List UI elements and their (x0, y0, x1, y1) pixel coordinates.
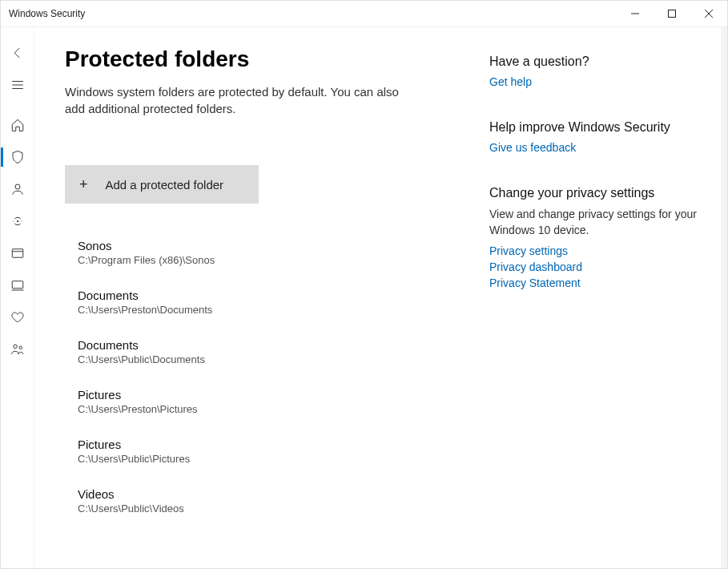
get-help-link[interactable]: Get help (489, 75, 698, 88)
nav-device-performance[interactable] (1, 301, 34, 333)
back-icon (10, 46, 25, 60)
minimize-button[interactable] (617, 1, 654, 26)
privacy-settings-link[interactable]: Privacy settings (489, 244, 698, 257)
folder-name: Pictures (78, 388, 457, 402)
plus-icon: + (79, 177, 88, 192)
folder-item[interactable]: Pictures C:\Users\Public\Pictures (78, 438, 457, 465)
folder-name: Pictures (78, 438, 457, 451)
right-column: Have a question? Get help Help improve W… (489, 43, 698, 536)
home-icon (10, 118, 25, 132)
folder-item[interactable]: Documents C:\Users\Preston\Documents (78, 289, 457, 316)
nav-rail (1, 27, 34, 568)
folder-name: Documents (78, 338, 457, 352)
nav-account-protection[interactable] (1, 173, 34, 205)
maximize-button[interactable] (654, 1, 690, 26)
nav-home[interactable] (1, 109, 34, 141)
folder-path: C:\Users\Preston\Documents (78, 304, 457, 316)
window-controls (617, 1, 727, 26)
feedback-link[interactable]: Give us feedback (489, 141, 698, 154)
left-column: Protected folders Windows system folders… (65, 43, 457, 536)
feedback-heading: Help improve Windows Security (489, 120, 698, 135)
family-icon (10, 342, 25, 357)
folder-path: C:\Users\Public\Videos (78, 502, 457, 515)
svg-point-14 (19, 346, 22, 349)
svg-point-7 (15, 184, 20, 189)
scrollbar[interactable] (721, 27, 727, 568)
close-button[interactable] (690, 1, 727, 26)
privacy-section: Change your privacy settings View and ch… (489, 186, 698, 289)
folder-item[interactable]: Documents C:\Users\Public\Documents (78, 338, 457, 365)
main: Protected folders Windows system folders… (34, 27, 727, 568)
person-icon (10, 182, 25, 196)
privacy-text: View and change privacy settings for you… (489, 207, 698, 238)
help-heading: Have a question? (489, 54, 698, 69)
maximize-icon (668, 10, 676, 18)
page-title: Protected folders (65, 46, 457, 72)
folder-path: C:\Users\Public\Documents (78, 353, 457, 365)
wifi-icon (10, 214, 25, 228)
nav-menu[interactable] (1, 69, 34, 101)
folder-name: Sonos (78, 239, 457, 252)
hamburger-icon (10, 78, 25, 92)
svg-point-8 (16, 220, 18, 222)
folder-name: Documents (78, 289, 457, 302)
window: Windows Security (0, 0, 728, 569)
window-title: Windows Security (1, 8, 85, 19)
title-bar: Windows Security (1, 1, 727, 27)
nav-virus-protection[interactable] (1, 141, 34, 173)
nav-family-options[interactable] (1, 333, 34, 365)
body: Protected folders Windows system folders… (1, 27, 727, 568)
svg-rect-9 (12, 249, 23, 258)
svg-rect-1 (669, 10, 676, 18)
folder-item[interactable]: Pictures C:\Users\Preston\Pictures (78, 388, 457, 415)
minimize-icon (631, 10, 639, 18)
feedback-section: Help improve Windows Security Give us fe… (489, 120, 698, 154)
page-description: Windows system folders are protected by … (65, 83, 417, 117)
nav-firewall[interactable] (1, 205, 34, 237)
add-button-label: Add a protected folder (106, 178, 224, 192)
close-icon (705, 10, 713, 18)
folder-path: C:\Program Files (x86)\Sonos (78, 254, 457, 266)
shield-icon (10, 150, 25, 164)
privacy-dashboard-link[interactable]: Privacy dashboard (489, 260, 698, 273)
help-section: Have a question? Get help (489, 54, 698, 88)
nav-device-security[interactable] (1, 269, 34, 301)
folder-path: C:\Users\Preston\Pictures (78, 403, 457, 415)
app-browser-icon (10, 246, 25, 260)
nav-app-browser[interactable] (1, 237, 34, 269)
nav-back[interactable] (1, 37, 34, 69)
folder-name: Videos (78, 487, 457, 501)
folder-item[interactable]: Videos C:\Users\Public\Videos (78, 487, 457, 515)
svg-point-13 (13, 345, 17, 349)
privacy-statement-link[interactable]: Privacy Statement (489, 276, 698, 289)
svg-rect-11 (12, 281, 23, 289)
content-area: Protected folders Windows system folders… (34, 27, 727, 568)
device-icon (10, 278, 25, 293)
privacy-heading: Change your privacy settings (489, 186, 698, 200)
heart-icon (10, 310, 25, 325)
folder-path: C:\Users\Public\Pictures (78, 453, 457, 465)
folder-item[interactable]: Sonos C:\Program Files (x86)\Sonos (78, 239, 457, 266)
add-protected-folder-button[interactable]: + Add a protected folder (65, 165, 259, 204)
